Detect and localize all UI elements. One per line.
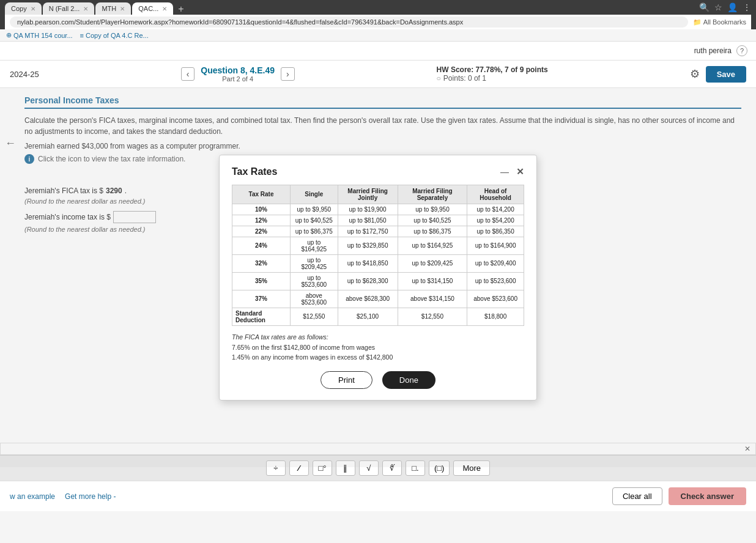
bookmarks-bar: ⊕ QA MTH 154 cour... ≡ Copy of QA 4.C Re… bbox=[0, 29, 756, 42]
new-tab-button[interactable]: + bbox=[174, 4, 187, 15]
table-header-hoh: Head of Household bbox=[467, 185, 524, 204]
tab-mth[interactable]: MTH ✕ bbox=[95, 2, 131, 15]
question-title-area: Question 8, 4.E.49 Part 2 of 4 bbox=[201, 65, 275, 83]
help-circle-icon[interactable]: ? bbox=[736, 45, 747, 56]
table-row: 10% up to $9,950 up to $19,900 up to $9,… bbox=[232, 204, 524, 215]
table-row: 12% up to $40,525 up to $81,050 up to $4… bbox=[232, 215, 524, 226]
bottom-bar: w an example Get more help - Clear all C… bbox=[0, 481, 756, 511]
tab-copy[interactable]: Copy ✕ bbox=[5, 2, 42, 15]
modal-overlay: Tax Rates — ✕ Tax Rate Single Married Fi… bbox=[0, 88, 756, 467]
table-row: 24% up to $164,925 up to $329,850 up to … bbox=[232, 237, 524, 254]
fica-note-block: The FICA tax rates are as follows: 7.65%… bbox=[232, 332, 524, 363]
check-answer-button[interactable]: Check answer bbox=[669, 487, 746, 505]
bottom-left: w an example Get more help - bbox=[10, 492, 116, 501]
close-icon[interactable]: ✕ bbox=[162, 6, 167, 12]
modal-close-icon[interactable]: ✕ bbox=[516, 166, 524, 177]
tax-rates-modal: Tax Rates — ✕ Tax Rate Single Married Fi… bbox=[219, 155, 537, 401]
table-row: 37% above $523,600 above $628,300 above … bbox=[232, 290, 524, 308]
table-row: 22% up to $86,375 up to $172,750 up to $… bbox=[232, 226, 524, 237]
tab-qac[interactable]: QAC... ✕ bbox=[132, 2, 173, 15]
get-more-help-link[interactable]: Get more help - bbox=[65, 492, 116, 501]
table-header-single: Single bbox=[291, 185, 338, 204]
table-header-mfj: Married Filing Jointly bbox=[338, 185, 398, 204]
browser-chrome: Copy ✕ N (Fall 2... ✕ MTH ✕ QAC... ✕ + 🔍… bbox=[0, 0, 756, 29]
standard-deduction-row: Standard Deduction $12,550 $25,100 $12,5… bbox=[232, 308, 524, 325]
tax-rates-table: Tax Rate Single Married Filing Jointly M… bbox=[232, 185, 524, 326]
done-button[interactable]: Done bbox=[382, 371, 435, 389]
address-bar[interactable]: nylab.pearson.com/Student/PlayerHomework… bbox=[10, 17, 688, 28]
question-nav: ‹ Question 8, 4.E.49 Part 2 of 4 › bbox=[181, 65, 295, 83]
table-header-mfs: Married Filing Separately bbox=[398, 185, 467, 204]
close-icon[interactable]: ✕ bbox=[83, 6, 88, 12]
browser-star-icon[interactable]: ☆ bbox=[714, 2, 722, 12]
next-question-button[interactable]: › bbox=[281, 67, 295, 81]
top-nav: ruth pereira ? bbox=[0, 42, 756, 61]
all-bookmarks-label: 📁 All Bookmarks bbox=[693, 18, 746, 26]
plus-icon: ⊕ bbox=[6, 31, 12, 39]
save-button[interactable]: Save bbox=[706, 66, 746, 83]
main-header: 2024-25 ‹ Question 8, 4.E.49 Part 2 of 4… bbox=[0, 61, 756, 88]
score-area: HW Score: 77.78%, 7 of 9 points ○ Points… bbox=[437, 65, 548, 83]
close-icon[interactable]: ✕ bbox=[120, 6, 125, 12]
modal-header: Tax Rates — ✕ bbox=[232, 166, 524, 177]
bookmark-qa-mth[interactable]: ⊕ QA MTH 154 cour... bbox=[6, 31, 73, 39]
year-label: 2024-25 bbox=[10, 70, 39, 79]
prev-question-button[interactable]: ‹ bbox=[181, 67, 195, 81]
modal-title: Tax Rates bbox=[232, 166, 277, 177]
view-example-link[interactable]: w an example bbox=[10, 492, 55, 501]
bookmark-copy-qa[interactable]: ≡ Copy of QA 4.C Re... bbox=[80, 32, 149, 39]
tab-n-fall[interactable]: N (Fall 2... ✕ bbox=[43, 2, 95, 15]
clear-all-button[interactable]: Clear all bbox=[612, 487, 662, 505]
settings-gear-icon[interactable]: ⚙ bbox=[690, 67, 700, 81]
browser-account-icon[interactable]: 👤 bbox=[727, 2, 738, 12]
browser-search-icon[interactable]: 🔍 bbox=[699, 2, 710, 12]
close-icon[interactable]: ✕ bbox=[31, 6, 35, 12]
table-row: 32% up to $209,425 up to $418,850 up to … bbox=[232, 254, 524, 272]
user-info: ruth pereira ? bbox=[694, 45, 747, 56]
table-header-rate: Tax Rate bbox=[232, 185, 291, 204]
doc-icon: ≡ bbox=[80, 32, 84, 39]
content-area: ← Personal Income Taxes Calculate the pe… bbox=[0, 88, 756, 443]
print-button[interactable]: Print bbox=[321, 371, 372, 389]
minimize-icon[interactable]: — bbox=[500, 167, 509, 177]
browser-settings-icon[interactable]: ⋮ bbox=[743, 2, 751, 12]
table-row: 35% up to $523,600 up to $628,300 up to … bbox=[232, 272, 524, 290]
modal-footer: Print Done bbox=[232, 371, 524, 389]
bottom-right: Clear all Check answer bbox=[612, 487, 746, 505]
